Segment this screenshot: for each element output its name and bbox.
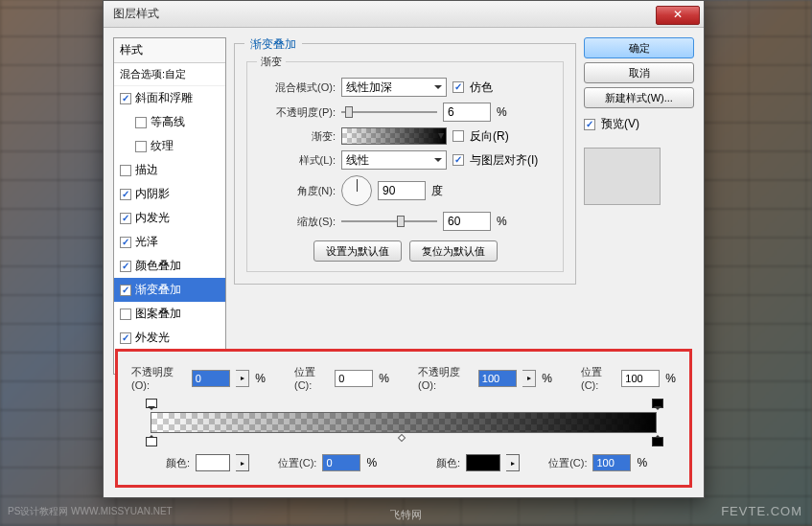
- angle-input[interactable]: [378, 181, 426, 200]
- styles-list: 样式 混合选项:自定 斜面和浮雕等高线纹理描边内阴影内发光光泽颜色叠加渐变叠加图…: [113, 37, 226, 375]
- angle-label: 角度(N):: [259, 184, 336, 198]
- scale-slider[interactable]: [341, 213, 437, 230]
- style-checkbox[interactable]: [120, 165, 131, 176]
- close-button[interactable]: ✕: [656, 6, 700, 25]
- style-item-label: 斜面和浮雕: [135, 90, 193, 106]
- opacity2-input[interactable]: [478, 370, 517, 387]
- gradient-bar[interactable]: [151, 412, 657, 433]
- style-item-0[interactable]: 斜面和浮雕: [114, 86, 225, 110]
- opacity1-input[interactable]: [192, 370, 230, 387]
- preview-checkbox[interactable]: [584, 119, 595, 130]
- opacity-stop-right[interactable]: [652, 399, 661, 410]
- cposition2-input[interactable]: [592, 454, 631, 471]
- style-item-10[interactable]: 外发光: [114, 326, 225, 350]
- gradient-ramp[interactable]: [151, 399, 657, 446]
- inner-title: 渐变: [257, 55, 286, 69]
- style-item-2[interactable]: 纹理: [114, 134, 225, 158]
- style-item-6[interactable]: 光泽: [114, 230, 225, 254]
- style-item-5[interactable]: 内发光: [114, 206, 225, 230]
- opacity2-label: 不透明度(O):: [418, 365, 473, 391]
- style-item-label: 内发光: [135, 210, 170, 226]
- style-item-label: 描边: [135, 162, 158, 178]
- gradient-editor-panel: 不透明度(O): ▸ % 位置(C): % 不透明度(O): ▸ % 位置(C)…: [115, 349, 692, 488]
- style-item-label: 内阴影: [135, 186, 170, 202]
- angle-dial[interactable]: [341, 175, 372, 206]
- style-item-label: 光泽: [135, 234, 158, 250]
- style-item-label: 外发光: [135, 330, 170, 346]
- style-checkbox[interactable]: [120, 332, 131, 344]
- color1-swatch[interactable]: [196, 454, 230, 471]
- opacity-slider[interactable]: [341, 103, 437, 121]
- style-checkbox[interactable]: [135, 117, 147, 128]
- preview-swatch: [584, 148, 661, 205]
- style-checkbox[interactable]: [120, 309, 131, 320]
- reset-default-button[interactable]: 复位为默认值: [409, 240, 498, 262]
- make-default-button[interactable]: 设置为默认值: [313, 240, 402, 262]
- cposition1-input[interactable]: [322, 454, 360, 471]
- align-checkbox[interactable]: [452, 154, 464, 166]
- color-stop-left[interactable]: [146, 435, 155, 446]
- style-checkbox[interactable]: [135, 141, 147, 152]
- cposition1-label: 位置(C):: [278, 456, 316, 470]
- style-checkbox[interactable]: [120, 93, 131, 104]
- dialog-title: 图层样式: [113, 6, 656, 22]
- style-item-4[interactable]: 内阴影: [114, 182, 225, 206]
- gradient-picker[interactable]: [341, 127, 447, 145]
- style-item-7[interactable]: 颜色叠加: [114, 254, 225, 278]
- layer-style-dialog: 图层样式 ✕ 样式 混合选项:自定 斜面和浮雕等高线纹理描边内阴影内发光光泽颜色…: [103, 0, 705, 498]
- style-checkbox[interactable]: [120, 213, 131, 224]
- dither-label: 仿色: [470, 80, 493, 96]
- style-checkbox[interactable]: [120, 285, 131, 296]
- gradient-inner-group: 渐变 混合模式(O): 线性加深 仿色 不透明度(P): %: [246, 61, 564, 272]
- style-checkbox[interactable]: [120, 261, 131, 272]
- cancel-button[interactable]: 取消: [584, 62, 694, 83]
- color1-label: 颜色:: [166, 456, 190, 470]
- style-item-1[interactable]: 等高线: [114, 110, 225, 134]
- style-item-3[interactable]: 描边: [114, 158, 225, 182]
- color1-arrow[interactable]: ▸: [236, 454, 249, 471]
- dither-checkbox[interactable]: [452, 81, 464, 93]
- opacity2-arrow[interactable]: ▸: [522, 370, 537, 387]
- styles-header[interactable]: 样式: [114, 38, 225, 63]
- style-item-9[interactable]: 图案叠加: [114, 302, 225, 326]
- reverse-label: 反向(R): [470, 128, 509, 145]
- color-stop-right[interactable]: [652, 435, 661, 446]
- align-label: 与图层对齐(I): [470, 152, 538, 169]
- style-item-8[interactable]: 渐变叠加: [114, 278, 225, 302]
- scale-input[interactable]: [443, 212, 491, 231]
- cposition2-label: 位置(C):: [548, 456, 587, 470]
- watermark-center: 飞特网: [390, 508, 422, 522]
- titlebar[interactable]: 图层样式 ✕: [104, 1, 704, 28]
- style-item-label: 颜色叠加: [135, 258, 181, 274]
- preview-label: 预览(V): [601, 116, 639, 132]
- color2-swatch[interactable]: [466, 454, 500, 471]
- blend-mode-combo[interactable]: 线性加深: [341, 78, 447, 97]
- reverse-checkbox[interactable]: [452, 130, 464, 142]
- position1-label: 位置(C):: [294, 365, 329, 391]
- midpoint-marker[interactable]: [397, 434, 405, 442]
- new-style-button[interactable]: 新建样式(W)...: [584, 87, 694, 108]
- position2-label: 位置(C):: [581, 365, 615, 391]
- style-checkbox[interactable]: [120, 237, 131, 248]
- group-title: 渐变叠加: [244, 36, 302, 53]
- style-combo[interactable]: 线性: [341, 150, 447, 170]
- opacity1-arrow[interactable]: ▸: [236, 370, 250, 387]
- opacity-stop-left[interactable]: [146, 399, 155, 410]
- gradient-label: 渐变:: [259, 129, 336, 144]
- position2-input[interactable]: [621, 370, 660, 387]
- gradient-overlay-group: 渐变叠加 渐变 混合模式(O): 线性加深 仿色 不透明度(P): %: [234, 43, 576, 285]
- style-checkbox[interactable]: [120, 189, 131, 200]
- opacity-label: 不透明度(P):: [259, 105, 336, 120]
- style-item-label: 等高线: [151, 114, 185, 130]
- position1-input[interactable]: [335, 370, 373, 387]
- blend-mode-label: 混合模式(O):: [259, 80, 336, 95]
- angle-unit: 度: [431, 183, 443, 199]
- opacity1-label: 不透明度(O):: [131, 365, 186, 391]
- style-label: 样式(L):: [259, 153, 336, 168]
- opacity-input[interactable]: [443, 103, 491, 122]
- style-item-label: 纹理: [151, 138, 174, 154]
- ok-button[interactable]: 确定: [584, 37, 694, 58]
- color2-arrow[interactable]: ▸: [506, 454, 520, 471]
- scale-label: 缩放(S):: [259, 215, 336, 229]
- blend-options-item[interactable]: 混合选项:自定: [114, 63, 225, 86]
